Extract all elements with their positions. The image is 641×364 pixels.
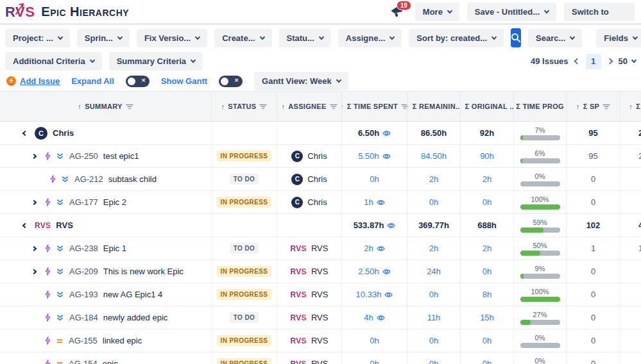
remaining-value[interactable]: 2h (429, 174, 438, 184)
original-cell: 2h (461, 237, 514, 260)
original-value[interactable]: 2h (483, 244, 491, 253)
filter-project[interactable]: Project: ... (5, 29, 70, 47)
column-header-time-spent[interactable]: ↑Σ Time Spent (342, 92, 407, 121)
original-value[interactable]: 90h (480, 151, 494, 161)
time-spent-value[interactable]: 1h (364, 197, 373, 207)
filter-fix-version[interactable]: Fix Versio... (137, 29, 207, 47)
filter-sprint[interactable]: Sprin... (77, 29, 130, 47)
collapse-chevron-icon[interactable] (22, 130, 28, 135)
issue-key[interactable]: AG-209 (69, 267, 98, 276)
add-issue-button[interactable]: Add Issue (6, 76, 60, 86)
additional-criteria-button[interactable]: Additional Criteria (5, 52, 102, 70)
issue-key[interactable]: AG-184 (69, 313, 98, 322)
expand-chevron-icon[interactable] (31, 153, 37, 158)
remaining-value[interactable]: 11h (427, 313, 441, 322)
time-spent-value[interactable]: 0h (370, 174, 379, 184)
time-spent-value[interactable]: 10.33h (356, 290, 382, 299)
column-header-time-prog[interactable]: Σ Time Prog (514, 92, 567, 121)
filter-search[interactable]: Searc... (528, 29, 582, 47)
progress-bar (520, 251, 560, 256)
filter-created[interactable]: Create... (214, 29, 271, 47)
filter-status[interactable]: Statu... (279, 29, 331, 47)
expand-chevron-icon[interactable] (31, 269, 37, 274)
issue-key[interactable]: AG-193 (69, 290, 98, 299)
chevron-down-icon (631, 58, 637, 63)
issue-key[interactable]: AG-154 (69, 359, 98, 364)
remaining-cell: 2h (407, 237, 461, 260)
gantt-view-button[interactable]: Gantt View: Week (254, 72, 348, 90)
sp-value: 0 (591, 359, 595, 364)
column-header-remainin[interactable]: ↑Σ Remainin... (407, 92, 461, 121)
progress-label: 27% (533, 311, 547, 318)
original-value[interactable]: 0h (483, 359, 491, 364)
eye-icon[interactable] (382, 153, 391, 160)
expand-all-toggle[interactable] (126, 76, 150, 87)
remaining-value[interactable]: 0h (429, 290, 438, 299)
filter-sort-by[interactable]: Sort by: created... (409, 29, 504, 47)
time-spent-value[interactable]: 0h (370, 359, 379, 364)
column-filter-icon[interactable] (603, 104, 610, 110)
issue-key[interactable]: AG-250 (69, 151, 98, 161)
remaining-cell: 84.50h (407, 145, 461, 167)
column-header-original[interactable]: ↑Σ Original ... (461, 92, 514, 121)
eye-icon[interactable] (387, 222, 395, 229)
filter-assignee[interactable]: Assigne... (338, 29, 402, 47)
show-gantt-toggle[interactable] (219, 76, 243, 87)
original-value[interactable]: 0h (483, 197, 491, 207)
issue-key[interactable]: AG-177 (69, 197, 98, 207)
time-spent-value[interactable]: 0h (370, 336, 379, 345)
column-filter-icon[interactable] (259, 104, 267, 110)
issue-key[interactable]: AG-238 (69, 244, 98, 253)
column-header-sp[interactable]: ↑Σ SP (620, 92, 641, 121)
top-bar: RVS Epic Hierarchy 19 More Save - Untitl… (0, 0, 641, 24)
page-number[interactable]: 1 (586, 54, 601, 69)
eye-icon[interactable] (377, 199, 385, 206)
eye-icon[interactable] (382, 130, 391, 136)
expand-chevron-icon[interactable] (31, 245, 37, 251)
remaining-value[interactable]: 84.50h (421, 151, 447, 161)
column-filter-icon[interactable] (330, 104, 338, 110)
summary-criteria-button[interactable]: Summary Criteria (109, 52, 203, 70)
issue-key[interactable]: AG-212 (74, 174, 103, 184)
remaining-value[interactable]: 0h (429, 336, 438, 345)
fields-button[interactable]: Fields (596, 29, 641, 47)
remaining-value[interactable]: 0h (429, 197, 438, 207)
expand-chevron-icon[interactable] (31, 199, 37, 204)
issue-key[interactable]: AG-155 (69, 336, 98, 345)
column-header-status[interactable]: ↑Status (212, 92, 277, 121)
time-spent-value[interactable]: 2h (364, 244, 373, 253)
original-value[interactable]: 15h (480, 313, 494, 322)
more-button[interactable]: More (415, 3, 459, 21)
announcement-icon[interactable]: 19 (388, 3, 405, 21)
column-header-summary[interactable]: ↑Summary (0, 92, 212, 121)
time-spent-value[interactable]: 2.50h (358, 267, 379, 276)
page-size-select[interactable]: 50 (619, 56, 636, 66)
eye-icon[interactable] (377, 315, 385, 321)
save-button[interactable]: Save - Untitled... (467, 3, 556, 21)
original-value[interactable]: 8h (483, 290, 491, 299)
original-value[interactable]: 0h (483, 336, 491, 345)
column-filter-icon[interactable] (126, 104, 133, 110)
remaining-value[interactable]: 2h (429, 244, 438, 253)
time-spent-value[interactable]: 5.50h (358, 151, 379, 161)
original-value[interactable]: 2h (483, 174, 491, 184)
search-button[interactable] (511, 28, 521, 47)
column-header-sp[interactable]: ↑Σ SP (567, 92, 620, 121)
remaining-value[interactable]: 0h (429, 359, 438, 364)
column-header-assignee[interactable]: ↑Assignee (277, 92, 342, 121)
eye-icon[interactable] (382, 269, 391, 275)
time-spent-value[interactable]: 4h (364, 313, 373, 322)
expand-all-button[interactable]: Expand All (71, 76, 114, 86)
prev-page-button[interactable] (574, 58, 580, 65)
eye-icon[interactable] (377, 245, 385, 252)
show-gantt-button[interactable]: Show Gantt (161, 76, 207, 86)
next-page-button[interactable] (606, 58, 613, 65)
eye-icon[interactable] (384, 292, 393, 298)
original-value[interactable]: 0h (483, 267, 491, 276)
sort-asc-icon: ↑ (342, 103, 344, 110)
column-filter-icon[interactable] (401, 104, 407, 110)
remaining-cell: 24h (407, 260, 461, 283)
remaining-value[interactable]: 24h (427, 267, 441, 276)
switch-to-button[interactable]: Switch to (564, 3, 635, 21)
collapse-chevron-icon[interactable] (22, 222, 28, 228)
